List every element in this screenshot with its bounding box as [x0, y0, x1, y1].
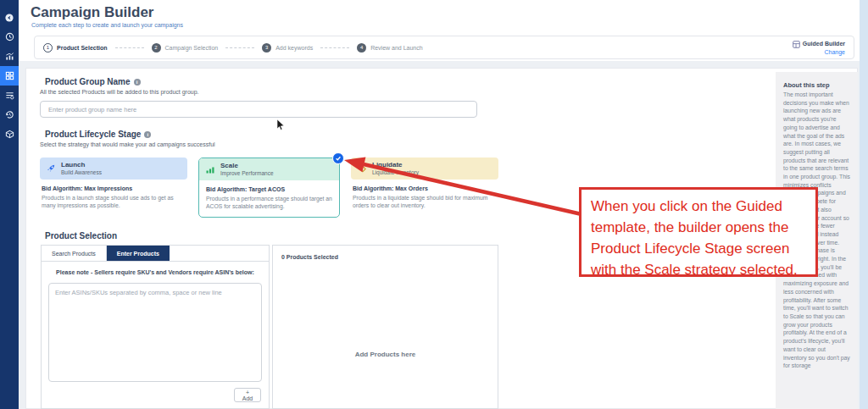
step-number: 1 — [43, 43, 53, 53]
guided-builder-label: Guided Builder — [803, 40, 845, 48]
card-tagline: Build Awareness — [61, 169, 102, 176]
card-algorithm: Bid Algorithm: Max Impressions — [42, 185, 186, 191]
card-description: Products in a liquidate stage should bid… — [353, 194, 497, 209]
info-icon: i — [134, 79, 141, 86]
scale-card-header: Scale Improve Performance — [199, 158, 339, 180]
step-connector — [225, 47, 254, 48]
step-connector — [115, 47, 144, 48]
step-number: 2 — [152, 43, 161, 53]
page-edge-strip — [860, 0, 868, 409]
card-description: Products in a performance stage should t… — [206, 195, 332, 210]
step-connector — [320, 47, 349, 48]
step-number: 4 — [357, 43, 366, 53]
sidebar-item-apps[interactable] — [0, 66, 19, 86]
lifecycle-subtitle: Select the strategy that would make your… — [40, 141, 215, 147]
info-icon: i — [144, 131, 151, 138]
selected-check-icon — [332, 152, 344, 164]
app-sidebar — [0, 0, 19, 409]
step-label: Add keywords — [275, 45, 313, 51]
add-button[interactable]: + Add — [234, 388, 261, 402]
sidebar-item-products[interactable] — [0, 124, 19, 144]
lifecycle-title: Product Lifecycle Stage i — [45, 130, 151, 139]
stepper-bar: 1 Product Selection 2 Campaign Selection… — [34, 36, 854, 59]
liquidate-tag-icon — [357, 163, 367, 174]
step-label: Product Selection — [57, 45, 108, 51]
asin-sku-textarea[interactable] — [48, 283, 262, 382]
apps-grid-icon — [5, 71, 14, 80]
lifecycle-card-launch[interactable]: Launch Build Awareness Bid Algorithm: Ma… — [40, 158, 187, 209]
product-group-title: Product Group Name i — [45, 77, 141, 86]
product-entry-panel: Search Products Enter Products Please no… — [41, 245, 270, 409]
sidebar-item-campaign-list[interactable] — [0, 86, 19, 105]
empty-products-text: Add Products here — [273, 351, 498, 358]
launch-card-header: Launch Build Awareness — [40, 158, 187, 180]
sidebar-item-analytics[interactable] — [0, 47, 19, 66]
sku-asin-note: Please note - Sellers require SKU's and … — [42, 269, 269, 275]
lifecycle-card-scale[interactable]: Scale Improve Performance Bid Algorithm:… — [198, 158, 340, 218]
about-title: About this step — [776, 72, 858, 91]
step-product-selection[interactable]: 1 Product Selection — [43, 43, 108, 53]
list-settings-icon — [5, 91, 14, 100]
change-template-link[interactable]: Change — [793, 48, 845, 57]
page-subtitle: Complete each step to create and launch … — [31, 22, 183, 28]
sidebar-item-history[interactable] — [0, 105, 19, 124]
product-tabs: Search Products Enter Products — [42, 246, 269, 262]
liquidate-card-header: Liquidate Liquidate Inventory — [351, 158, 498, 180]
product-selection-title: Product Selection — [45, 231, 117, 240]
guided-builder-icon — [793, 41, 800, 48]
step-number: 3 — [262, 43, 271, 53]
step-label: Review and Launch — [370, 45, 423, 51]
page-title: Campaign Builder — [31, 4, 153, 21]
card-algorithm: Bid Algorithm: Target ACOS — [206, 186, 332, 192]
package-icon — [5, 130, 14, 139]
selected-products-count: 0 Products Selected — [281, 254, 338, 260]
annotation-callout: When you click on the Guided template, t… — [579, 187, 818, 277]
clock-icon — [5, 32, 14, 41]
card-algorithm: Bid Algorithm: Max Orders — [353, 185, 497, 191]
bar-chart-icon — [205, 164, 215, 174]
rocket-icon — [46, 163, 56, 174]
guided-builder-block: Guided Builder Change — [793, 40, 845, 57]
sidebar-item-compass[interactable] — [0, 8, 19, 27]
card-name: Liquidate — [372, 161, 419, 169]
step-campaign-selection[interactable]: 2 Campaign Selection — [152, 43, 219, 53]
tab-enter-products[interactable]: Enter Products — [107, 246, 170, 261]
history-icon — [5, 110, 14, 119]
card-name: Scale — [220, 162, 274, 169]
compass-icon — [4, 13, 14, 23]
step-add-keywords[interactable]: 3 Add keywords — [262, 43, 313, 53]
step-label: Campaign Selection — [165, 45, 219, 51]
analytics-icon — [5, 52, 14, 61]
selected-products-panel: 0 Products Selected Add Products here — [272, 245, 498, 409]
card-tagline: Liquidate Inventory — [372, 169, 419, 176]
card-description: Products in a launch stage should use ad… — [42, 194, 186, 209]
card-tagline: Improve Performance — [220, 169, 274, 177]
product-group-name-input[interactable] — [40, 101, 477, 118]
step-review-launch[interactable]: 4 Review and Launch — [357, 43, 423, 53]
lifecycle-card-liquidate[interactable]: Liquidate Liquidate Inventory Bid Algori… — [351, 158, 498, 209]
card-name: Launch — [61, 161, 102, 169]
product-group-subtitle: All the selected Products will be added … — [40, 89, 199, 95]
tab-search-products[interactable]: Search Products — [42, 246, 107, 261]
sidebar-item-clock[interactable] — [0, 27, 19, 47]
